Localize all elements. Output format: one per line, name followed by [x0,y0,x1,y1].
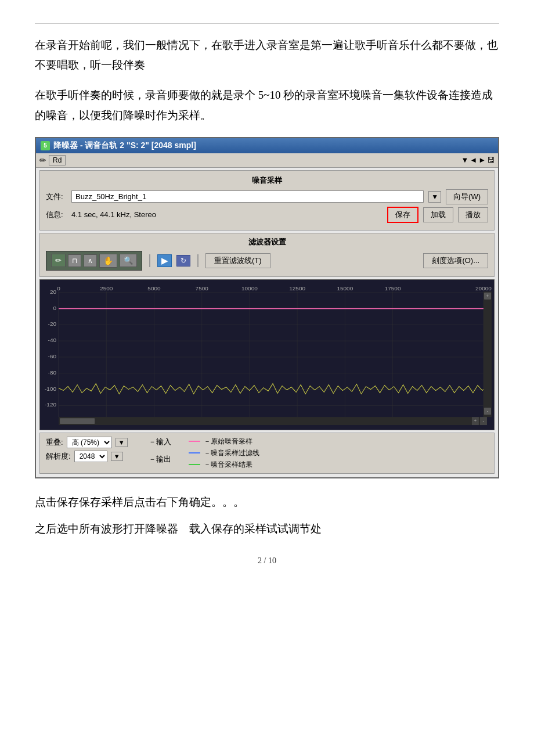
legend-line-original [189,441,200,442]
svg-text:15000: 15000 [337,285,353,291]
noise-section-title: 噪音采样 [46,175,488,186]
svg-text:-60: -60 [48,353,57,359]
legend-label-original: －原始噪音采样 [204,437,252,447]
import-button[interactable]: 向导(W) [446,189,488,204]
svg-text:+: + [486,293,489,298]
svg-text:0: 0 [53,304,56,311]
chart-area: 20 0 -20 -40 -60 -80 -100 -120 0 2500 50… [39,279,495,430]
file-input[interactable] [71,190,424,203]
filter-separator-2 [197,254,199,267]
svg-text:-80: -80 [48,369,57,376]
software-titlebar: 5 降噪器 - 调音台轨 2 "S: 2" [2048 smpl] [36,138,498,153]
legend-item-filtered: －噪音采样过滤线 [189,448,259,458]
bottom-paragraph-2: 之后选中所有波形打开降噪器 载入保存的采样试试调节处 [35,519,499,539]
svg-rect-43 [60,418,95,424]
hand-tool-button[interactable]: ✋ [99,254,117,268]
resolution-row: 解析度: 2048 1024 4096 ▼ [46,451,128,462]
info-value: 4.1 sec, 44.1 kHz, Stereo [71,210,156,219]
legend: －原始噪音采样 －噪音采样过滤线 －噪音采样结果 [189,437,259,470]
paragraph-1-text: 在录音开始前呢，我们一般情况下，在歌手进入录音室是第一遍让歌手听音乐什么都不要做… [35,39,498,71]
caret-tool-button[interactable]: ∧ [84,254,97,267]
legend-item-original: －原始噪音采样 [189,437,259,447]
output-label: －输出 [149,454,171,465]
step-tool-button[interactable]: ⊓ [68,254,81,267]
svg-text:+: + [474,418,477,423]
options-button[interactable]: 刻度选项(O)... [423,253,488,268]
file-row: 文件: ▼ 向导(W) [46,189,488,204]
legend-item-result: －噪音采样结果 [189,460,259,470]
overlap-select[interactable]: 高 (75%) 中 (50%) 低 (25%) [67,437,112,448]
svg-text:20000: 20000 [475,285,492,291]
paragraph-2-text: 在歌手听伴奏的时候，录音师要做的就是录个 5~10 秒的录音室环境噪音一集软件设… [35,89,493,121]
top-rule [35,23,499,24]
svg-text:5000: 5000 [147,285,161,291]
filter-separator [149,254,150,267]
resolution-label: 解析度: [46,451,71,462]
io-labels: －输入 －输出 [149,437,171,465]
info-row: 信息: 4.1 sec, 44.1 kHz, Stereo 保存 加载 播放 [46,207,488,223]
svg-text:0: 0 [57,285,60,291]
toolbar-prev-icon[interactable]: ◄ [470,156,477,164]
svg-text:-40: -40 [48,337,57,343]
page-number-text: 2 / 10 [258,556,276,565]
svg-text:-20: -20 [48,321,57,327]
bottom-controls: 重叠: 高 (75%) 中 (50%) 低 (25%) ▼ 解析度: 2048 … [39,433,495,474]
svg-text:-120: -120 [45,401,57,408]
play-sample-button[interactable]: 播放 [458,207,488,222]
loop-button[interactable]: ↻ [176,255,190,267]
overlap-dropdown-button[interactable]: ▼ [116,438,128,447]
svg-text:-100: -100 [45,385,57,391]
svg-rect-0 [40,280,494,430]
software-toolbar[interactable]: ✏ Rd ▼ ◄ ► 🖫 [36,153,498,168]
page-number: 2 / 10 [35,556,499,566]
magnify-tool-button[interactable]: 🔍 [120,254,137,267]
legend-line-result [189,464,200,465]
paragraph-1: 在录音开始前呢，我们一般情况下，在歌手进入录音室是第一遍让歌手听音乐什么都不要做… [35,35,499,75]
toolbar-rd-button[interactable]: Rd [49,155,66,165]
overlap-label: 重叠: [46,437,63,448]
svg-text:-: - [483,418,485,423]
legend-label-filtered: －噪音采样过滤线 [204,448,259,458]
svg-text:12500: 12500 [289,285,305,291]
legend-line-filtered [189,452,200,453]
toolbar-save-icon[interactable]: 🖫 [487,156,495,164]
svg-rect-42 [59,417,484,425]
toolbar-dropdown-icon[interactable]: ▼ [461,156,468,164]
titlebar-title: 降噪器 - 调音台轨 2 "S: 2" [2048 smpl] [53,141,196,151]
reset-filter-button[interactable]: 重置滤波线(T) [205,253,270,268]
resolution-select[interactable]: 2048 1024 4096 [74,451,107,462]
bottom-paragraph-1-text: 点击保存保存采样后点击右下角确定。。。 [35,496,244,508]
svg-text:-: - [487,408,489,413]
filter-draw-tools: ✏ ⊓ ∧ ✋ 🔍 [46,251,142,271]
titlebar-icon: 5 [41,141,50,150]
input-label: －输入 [149,437,171,447]
toolbar-next-icon[interactable]: ► [478,156,486,164]
bottom-paragraph-1: 点击保存保存采样后点击右下角确定。。。 [35,492,499,512]
svg-text:20: 20 [50,289,57,295]
overlap-resolution-controls: 重叠: 高 (75%) 中 (50%) 低 (25%) ▼ 解析度: 2048 … [46,437,128,462]
filter-settings-panel: 滤波器设置 ✏ ⊓ ∧ ✋ 🔍 ▶ ↻ 重置滤波线(T) 刻度选项(O)... [39,233,495,277]
file-label: 文件: [46,192,67,202]
svg-text:17500: 17500 [385,285,401,291]
toolbar-pencil-icon[interactable]: ✏ [39,156,46,165]
resolution-dropdown-button[interactable]: ▼ [111,452,123,461]
filter-section-title: 滤波器设置 [46,237,488,247]
file-dropdown-button[interactable]: ▼ [428,191,441,203]
pencil-tool-button[interactable]: ✏ [51,254,66,267]
noise-sampling-panel: 噪音采样 文件: ▼ 向导(W) 信息: 4.1 sec, 44.1 kHz, … [39,170,495,231]
noise-chart: 20 0 -20 -40 -60 -80 -100 -120 0 2500 50… [40,280,494,430]
save-button[interactable]: 保存 [387,207,418,223]
info-label: 信息: [46,210,67,220]
svg-text:2500: 2500 [100,285,113,291]
svg-rect-37 [484,291,492,417]
bottom-paragraph-2-text: 之后选中所有波形打开降噪器 载入保存的采样试试调节处 [35,523,322,535]
svg-text:10000: 10000 [241,285,258,291]
toolbar-right-controls: ▼ ◄ ► 🖫 [461,156,495,164]
svg-text:7500: 7500 [196,285,209,291]
load-button[interactable]: 加载 [423,207,453,222]
software-window: 5 降噪器 - 调音台轨 2 "S: 2" [2048 smpl] ✏ Rd ▼… [35,137,499,478]
paragraph-2: 在歌手听伴奏的时候，录音师要做的就是录个 5~10 秒的录音室环境噪音一集软件设… [35,85,499,125]
overlap-row: 重叠: 高 (75%) 中 (50%) 低 (25%) ▼ [46,437,128,448]
legend-label-result: －噪音采样结果 [204,460,252,470]
play-button[interactable]: ▶ [157,254,172,267]
